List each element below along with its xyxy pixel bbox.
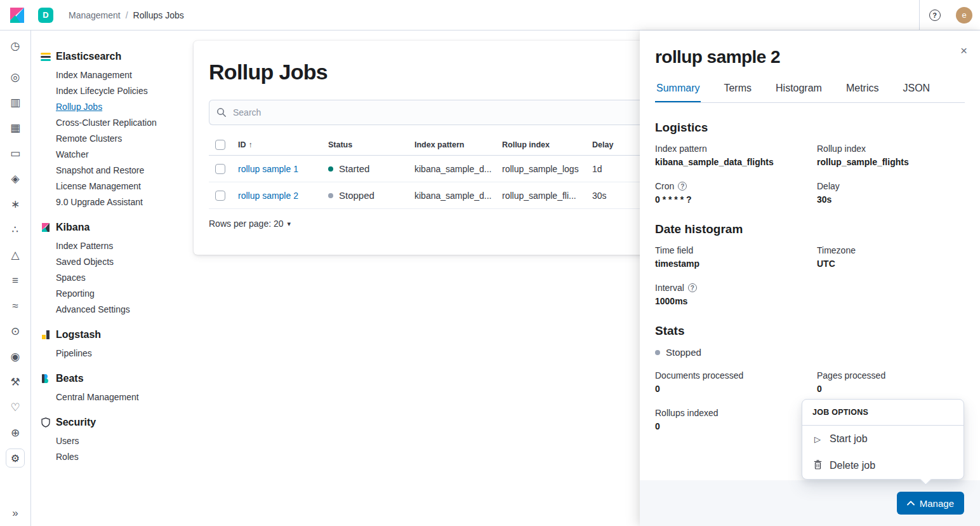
help-icon[interactable]: ? — [678, 182, 687, 191]
app-icon-rail: ◷ ◎ ▥ ▦ ▭ ◈ ∗ ∴ △ ≡ ≈ ⊙ ◉ ⚒ ♡ ⊕ ⚙ » — [0, 30, 31, 526]
sidebar-item-central-management[interactable]: Central Management — [41, 389, 194, 405]
chevron-down-icon: ▾ — [288, 220, 291, 228]
breadcrumb: Management / Rollups Jobs — [69, 10, 184, 20]
sidebar-section-beats: Beats Central Management — [41, 371, 194, 405]
breadcrumb-management[interactable]: Management — [69, 10, 121, 20]
close-icon[interactable]: × — [960, 44, 967, 57]
help-icon: ? — [929, 10, 941, 21]
field-rollups-indexed: Rollups indexed 0 — [655, 408, 817, 431]
rows-per-page-selector[interactable]: Rows per page: 20 ▾ — [209, 219, 291, 229]
sidebar-section-title: Kibana — [56, 222, 89, 233]
sidebar-item-saved-objects[interactable]: Saved Objects — [41, 254, 194, 270]
elasticsearch-logo-icon — [41, 51, 51, 62]
sidebar-item-index-management[interactable]: Index Management — [41, 67, 194, 83]
field-documents-processed: Documents processed 0 — [655, 370, 817, 394]
flyout-tabs: Summary Terms Histogram Metrics JSON — [655, 76, 965, 103]
kibana-logo-icon[interactable] — [9, 7, 25, 24]
graph-icon[interactable]: ∴ — [0, 224, 30, 235]
maps-icon[interactable]: ◈ — [0, 173, 30, 184]
help-menu-button[interactable]: ? — [919, 0, 950, 30]
tab-metrics[interactable]: Metrics — [845, 76, 880, 102]
section-heading-logistics: Logistics — [655, 121, 965, 135]
job-link[interactable]: rollup sample 2 — [238, 191, 298, 201]
apm-icon[interactable]: △ — [0, 250, 30, 260]
kibana-small-logo-icon — [41, 222, 51, 233]
field-index-pattern: Index pattern kibana_sample_data_flights — [655, 144, 817, 167]
sidebar-item-snapshot-and-restore[interactable]: Snapshot and Restore — [41, 163, 194, 179]
sidebar-item-roles[interactable]: Roles — [41, 449, 194, 465]
job-link[interactable]: rollup sample 1 — [238, 164, 298, 174]
column-header-id[interactable]: ID↑ — [233, 140, 323, 149]
column-header-status[interactable]: Status — [323, 140, 409, 149]
select-row-checkbox[interactable] — [215, 164, 225, 174]
start-job-menu-item[interactable]: ▷ Start job — [802, 426, 963, 452]
job-options-popover: JOB OPTIONS ▷ Start job Delete job — [802, 399, 964, 480]
field-rollup-index: Rollup index rollup_sample_flights — [817, 144, 965, 167]
tab-terms[interactable]: Terms — [722, 76, 753, 102]
column-header-rollup-index[interactable]: Rollup index — [497, 140, 587, 149]
column-header-index-pattern[interactable]: Index pattern — [409, 140, 497, 149]
sidebar-item-license-management[interactable]: License Management — [41, 179, 194, 194]
top-bar: D Management / Rollups Jobs ? e — [0, 0, 980, 30]
trash-icon — [812, 460, 823, 471]
sidebar-item-spaces[interactable]: Spaces — [41, 270, 194, 286]
popover-title: JOB OPTIONS — [802, 400, 963, 426]
rollup-index-cell: rollup_sample_logs — [497, 164, 587, 174]
siem-icon[interactable]: ◉ — [0, 351, 30, 362]
logstash-logo-icon — [41, 330, 51, 340]
field-time-field: Time field timestamp — [655, 245, 817, 269]
sidebar-item-advanced-settings[interactable]: Advanced Settings — [41, 302, 194, 318]
sidebar-item-reporting[interactable]: Reporting — [41, 286, 194, 302]
select-row-checkbox[interactable] — [215, 191, 225, 201]
sidebar-item-index-lifecycle-policies[interactable]: Index Lifecycle Policies — [41, 83, 194, 99]
field-timezone: Timezone UTC — [817, 245, 965, 269]
sidebar-item-pipelines[interactable]: Pipelines — [41, 346, 194, 361]
logs-icon[interactable]: ≡ — [0, 275, 30, 286]
field-pages-processed: Pages processed 0 — [817, 370, 965, 394]
recently-viewed-icon[interactable]: ◷ — [0, 41, 30, 51]
sidebar-section-kibana: Kibana Index Patterns Saved Objects Spac… — [41, 220, 194, 318]
section-heading-date-histogram: Date histogram — [655, 222, 965, 236]
stack-monitoring-icon[interactable]: ♡ — [0, 402, 30, 413]
status-label: Stopped — [666, 347, 701, 358]
avatar[interactable]: e — [956, 7, 972, 24]
delay-cell: 1d — [587, 164, 644, 174]
tab-json[interactable]: JSON — [901, 76, 931, 102]
column-header-delay[interactable]: Delay — [587, 140, 644, 149]
space-badge[interactable]: D — [38, 8, 53, 23]
management-icon[interactable]: ⚙ — [6, 448, 25, 468]
help-icon[interactable]: ? — [688, 283, 697, 292]
uptime-icon[interactable]: ⊙ — [0, 326, 30, 337]
sidebar-item-upgrade-assistant[interactable]: 9.0 Upgrade Assistant — [41, 194, 194, 210]
metrics-icon[interactable]: ≈ — [0, 300, 30, 311]
status-cell: Stopped — [323, 190, 409, 201]
rollup-index-cell: rollup_sample_fli... — [497, 191, 587, 201]
beats-logo-icon — [41, 374, 51, 384]
canvas-icon[interactable]: ▭ — [0, 148, 30, 159]
sort-ascending-icon: ↑ — [249, 140, 253, 149]
sidebar-item-users[interactable]: Users — [41, 433, 194, 449]
tab-summary[interactable]: Summary — [655, 76, 701, 102]
sidebar-item-cross-cluster-replication[interactable]: Cross-Cluster Replication — [41, 115, 194, 131]
select-all-checkbox[interactable] — [215, 140, 225, 150]
sidebar-item-index-patterns[interactable]: Index Patterns — [41, 238, 194, 254]
dev-tools-icon[interactable]: ⚒ — [0, 377, 30, 388]
sidebar-item-rollup-jobs[interactable]: Rollup Jobs — [41, 99, 194, 115]
sidebar-section-title: Beats — [56, 373, 84, 384]
delete-job-menu-item[interactable]: Delete job — [802, 452, 963, 479]
watcher-icon[interactable]: ⊕ — [0, 428, 30, 438]
machine-learning-icon[interactable]: ∗ — [0, 199, 30, 210]
field-delay: Delay 30s — [817, 181, 965, 205]
discover-icon[interactable]: ◎ — [0, 72, 30, 83]
collapse-menu-icon[interactable]: » — [0, 508, 30, 518]
tab-histogram[interactable]: Histogram — [774, 76, 823, 102]
section-heading-stats: Stats — [655, 324, 965, 338]
sidebar-section-title: Security — [56, 417, 96, 428]
sidebar-item-remote-clusters[interactable]: Remote Clusters — [41, 131, 194, 147]
visualize-icon[interactable]: ▥ — [0, 97, 30, 108]
management-sidebar: Elasticsearch Index Management Index Lif… — [31, 30, 194, 526]
delay-cell: 30s — [587, 191, 644, 201]
dashboard-icon[interactable]: ▦ — [0, 123, 30, 133]
manage-button[interactable]: Manage — [897, 492, 964, 515]
sidebar-item-watcher[interactable]: Watcher — [41, 147, 194, 163]
